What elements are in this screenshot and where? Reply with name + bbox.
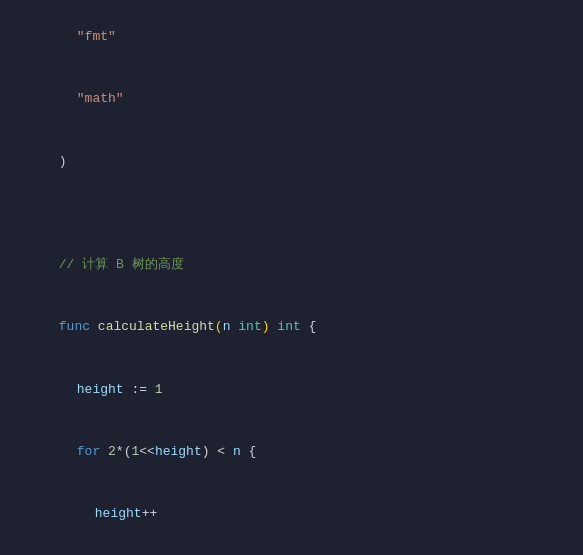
comment-height: // 计算 B 树的高度 — [12, 234, 571, 296]
func-height-sig: func calculateHeight(n int) int { — [12, 296, 571, 358]
import-fmt: "fmt" — [12, 6, 571, 68]
import-math: "math" — [12, 68, 571, 130]
blank-line-1 — [0, 203, 583, 228]
for-close: } — [12, 546, 571, 555]
height-increment: height++ — [12, 484, 571, 546]
imports-block: "fmt" "math" ) — [0, 0, 583, 203]
for-loop: for 2*(1<<height) < n { — [12, 421, 571, 483]
code-editor: "fmt" "math" ) // 计算 B 树的高度 func calcula… — [0, 0, 583, 555]
calculate-height-block: // 计算 B 树的高度 func calculateHeight(n int)… — [0, 228, 583, 555]
imports-close: ) — [12, 131, 571, 193]
height-assign: height := 1 — [12, 359, 571, 421]
